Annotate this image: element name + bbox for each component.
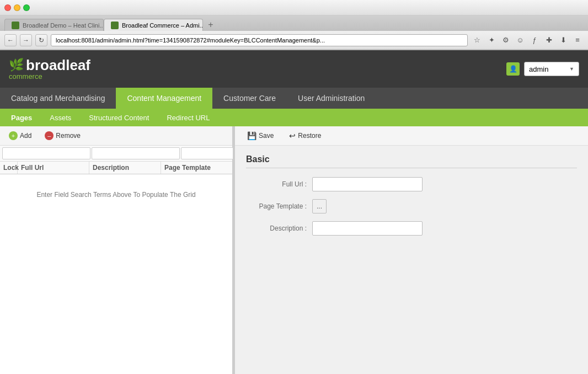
add-icon: +	[9, 131, 18, 140]
refresh-button[interactable]: ↻	[35, 34, 47, 46]
browser-chrome: Broadleaf Demo – Heat Clini... ✕ Broadle…	[0, 0, 588, 50]
forward-button[interactable]: →	[20, 34, 32, 46]
ellipsis-icon: ...	[317, 202, 322, 210]
restore-icon: ↩	[289, 131, 296, 140]
subnav-label-pages: Pages	[11, 114, 32, 122]
nav-item-customer[interactable]: Customer Care	[212, 88, 287, 109]
filter-description-input[interactable]	[92, 147, 180, 159]
ext-icon-2[interactable]: ⚙	[500, 34, 512, 46]
window-buttons	[4, 4, 30, 11]
subnav-label-structured: Structured Content	[89, 114, 149, 122]
sub-nav: Pages Assets Structured Content Redirect…	[0, 109, 588, 126]
back-icon: ←	[7, 36, 14, 44]
subnav-item-assets[interactable]: Assets	[41, 109, 80, 126]
nav-item-useradmin[interactable]: User Administration	[287, 88, 376, 109]
left-panel: + Add – Remove ▾ ⚙	[0, 126, 233, 374]
user-dropdown[interactable]: admin	[524, 62, 579, 76]
ext-icon-3[interactable]: ☺	[514, 34, 526, 46]
col-lock-label: Lock	[3, 164, 19, 172]
ext-icon-5[interactable]: ✚	[543, 34, 555, 46]
logo-name: broadleaf	[26, 58, 90, 72]
restore-label: Restore	[298, 132, 321, 140]
toolbar-icons: ☆ ✦ ⚙ ☺ ƒ ✚ ⬇ ≡	[471, 34, 584, 46]
pagetemplate-picker-button[interactable]: ...	[312, 199, 327, 213]
remove-label: Remove	[56, 132, 81, 140]
browser-tab-2[interactable]: Broadleaf Commerce – Admi... ✕	[104, 19, 203, 31]
label-description: Description :	[246, 225, 312, 232]
save-label: Save	[259, 132, 274, 140]
address-bar[interactable]	[51, 34, 468, 46]
save-button[interactable]: 💾 Save	[242, 130, 279, 142]
nav-label-content: Content Management	[127, 94, 201, 103]
col-header-description: Description	[89, 162, 161, 174]
ext-icon-7[interactable]: ≡	[571, 34, 584, 46]
browser-tab-1[interactable]: Broadleaf Demo – Heat Clini... ✕	[4, 19, 104, 31]
grid-filter-row: ▾ ⚙	[0, 146, 232, 162]
input-description[interactable]	[312, 221, 423, 236]
minimize-button[interactable]	[14, 4, 20, 11]
subnav-item-structured[interactable]: Structured Content	[80, 109, 158, 126]
col-header-pagetemplate: Page Template	[161, 162, 232, 174]
browser-tabs: Broadleaf Demo – Heat Clini... ✕ Broadle…	[0, 15, 588, 31]
nav-label-customer: Customer Care	[223, 94, 276, 103]
col-url-label: Full Url	[21, 164, 44, 172]
col-header-fullurl: Full Url	[18, 162, 89, 174]
section-title: Basic	[246, 154, 577, 168]
logo: 🌿 broadleaf commerce	[9, 58, 90, 81]
app-header: 🌿 broadleaf commerce 👤 admin	[0, 50, 588, 88]
nav-label-useradmin: User Administration	[298, 94, 365, 103]
ext-icon-4[interactable]: ƒ	[528, 34, 541, 46]
left-toolbar: + Add – Remove	[0, 126, 232, 146]
bookmark-icon[interactable]: ☆	[471, 34, 483, 46]
subnav-item-redirect[interactable]: Redirect URL	[158, 109, 218, 126]
nav-item-content[interactable]: Content Management	[116, 88, 212, 109]
restore-button[interactable]: ↩ Restore	[284, 130, 327, 142]
form-row-pagetemplate: Page Template : ...	[246, 199, 577, 213]
grid-empty-message: Enter Field Search Terms Above To Popula…	[0, 180, 232, 210]
titlebar	[0, 0, 588, 15]
ext-icon-6[interactable]: ⬇	[557, 34, 569, 46]
add-button[interactable]: + Add	[4, 130, 36, 142]
close-button[interactable]	[4, 4, 11, 11]
form-row-description: Description :	[246, 221, 577, 236]
back-button[interactable]: ←	[4, 34, 17, 46]
leaf-icon: 🌿	[9, 58, 24, 72]
right-panel: 💾 Save ↩ Restore Basic Full Url :	[235, 126, 588, 374]
label-pagetemplate: Page Template :	[246, 202, 312, 210]
grid-header: Lock Full Url Description Page Template	[0, 162, 232, 174]
new-tab-button[interactable]: +	[203, 19, 218, 31]
col-header-lock: Lock	[0, 162, 18, 174]
form-row-fullurl: Full Url :	[246, 177, 577, 191]
tab-favicon-2	[111, 22, 119, 29]
subnav-item-pages[interactable]: Pages	[2, 109, 41, 126]
form-area: Basic Full Url : Page Template : ... Des…	[235, 146, 588, 252]
logo-sub: commerce	[9, 72, 90, 81]
subnav-label-redirect: Redirect URL	[167, 114, 210, 122]
maximize-button[interactable]	[23, 4, 30, 11]
tab-label-2: Broadleaf Commerce – Admi...	[122, 22, 203, 29]
content-area: + Add – Remove ▾ ⚙	[0, 126, 588, 374]
tab-label-1: Broadleaf Demo – Heat Clini...	[23, 22, 104, 29]
right-toolbar: 💾 Save ↩ Restore	[235, 126, 588, 146]
input-fullurl[interactable]	[312, 177, 423, 191]
forward-icon: →	[23, 36, 29, 44]
app: 🌿 broadleaf commerce 👤 admin Catalog and…	[0, 50, 588, 374]
ext-icon-1[interactable]: ✦	[485, 34, 498, 46]
nav-label-catalog: Catalog and Merchandising	[11, 94, 105, 103]
refresh-icon: ↻	[39, 36, 44, 44]
browser-toolbar: ← → ↻ ☆ ✦ ⚙ ☺ ƒ ✚ ⬇ ≡	[0, 31, 588, 50]
user-icon: 👤	[506, 62, 520, 76]
tab-favicon-1	[12, 22, 19, 29]
remove-button[interactable]: – Remove	[40, 130, 85, 142]
save-icon: 💾	[247, 131, 256, 140]
add-label: Add	[20, 132, 31, 140]
remove-icon: –	[45, 131, 54, 140]
label-fullurl: Full Url :	[246, 180, 312, 188]
col-desc-label: Description	[93, 164, 129, 172]
user-label: admin	[529, 65, 548, 73]
filter-fullurl-input[interactable]	[2, 147, 90, 159]
main-nav: Catalog and Merchandising Content Manage…	[0, 88, 588, 109]
subnav-label-assets: Assets	[50, 114, 71, 122]
header-user: 👤 admin	[506, 62, 579, 76]
nav-item-catalog[interactable]: Catalog and Merchandising	[0, 88, 116, 109]
